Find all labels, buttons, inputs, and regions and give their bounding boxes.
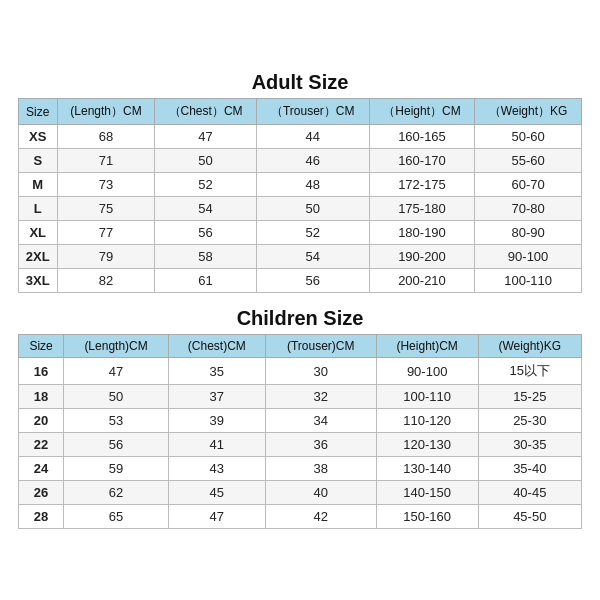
adult-table-cell: 172-175 bbox=[369, 173, 474, 197]
adult-table-cell: 46 bbox=[256, 149, 369, 173]
adult-table-cell: 180-190 bbox=[369, 221, 474, 245]
children-table-cell: 25-30 bbox=[478, 409, 581, 433]
adult-table-cell: 61 bbox=[155, 269, 256, 293]
children-table-cell: 38 bbox=[265, 457, 376, 481]
adult-table-cell: 50-60 bbox=[475, 125, 582, 149]
children-table-cell: 42 bbox=[265, 505, 376, 529]
children-table-cell: 26 bbox=[19, 481, 64, 505]
adult-table-row: M735248172-17560-70 bbox=[19, 173, 582, 197]
adult-table-row: L755450175-18070-80 bbox=[19, 197, 582, 221]
adult-table-cell: 52 bbox=[256, 221, 369, 245]
adult-header-cell: Size bbox=[19, 99, 58, 125]
adult-table-cell: 55-60 bbox=[475, 149, 582, 173]
children-table-cell: 35 bbox=[168, 358, 265, 385]
children-table-cell: 53 bbox=[64, 409, 169, 433]
adult-table-cell: 56 bbox=[256, 269, 369, 293]
children-table-row: 22564136120-13030-35 bbox=[19, 433, 582, 457]
children-table-cell: 40-45 bbox=[478, 481, 581, 505]
children-table-cell: 15-25 bbox=[478, 385, 581, 409]
children-table-cell: 45 bbox=[168, 481, 265, 505]
adult-table-cell: 100-110 bbox=[475, 269, 582, 293]
children-table-row: 24594338130-14035-40 bbox=[19, 457, 582, 481]
adult-table-cell: 82 bbox=[57, 269, 155, 293]
adult-table-cell: L bbox=[19, 197, 58, 221]
children-table-row: 1647353090-10015以下 bbox=[19, 358, 582, 385]
adult-header-cell: (Length）CM bbox=[57, 99, 155, 125]
children-table-cell: 18 bbox=[19, 385, 64, 409]
children-table-cell: 130-140 bbox=[376, 457, 478, 481]
children-table-row: 18503732100-11015-25 bbox=[19, 385, 582, 409]
children-table-cell: 20 bbox=[19, 409, 64, 433]
children-table-cell: 36 bbox=[265, 433, 376, 457]
adult-table-cell: 56 bbox=[155, 221, 256, 245]
adult-table-cell: XS bbox=[19, 125, 58, 149]
adult-header-cell: （Trouser）CM bbox=[256, 99, 369, 125]
adult-table-cell: 77 bbox=[57, 221, 155, 245]
adult-table-cell: 70-80 bbox=[475, 197, 582, 221]
children-table-cell: 24 bbox=[19, 457, 64, 481]
adult-table-cell: 68 bbox=[57, 125, 155, 149]
children-table-cell: 30-35 bbox=[478, 433, 581, 457]
children-table-cell: 45-50 bbox=[478, 505, 581, 529]
adult-table-cell: 73 bbox=[57, 173, 155, 197]
children-table-cell: 41 bbox=[168, 433, 265, 457]
adult-table-cell: M bbox=[19, 173, 58, 197]
children-table-cell: 90-100 bbox=[376, 358, 478, 385]
children-table-cell: 15以下 bbox=[478, 358, 581, 385]
children-table-cell: 120-130 bbox=[376, 433, 478, 457]
children-table-cell: 30 bbox=[265, 358, 376, 385]
adult-table-row: 2XL795854190-20090-100 bbox=[19, 245, 582, 269]
adult-table-cell: 190-200 bbox=[369, 245, 474, 269]
adult-table-row: XL775652180-19080-90 bbox=[19, 221, 582, 245]
adult-size-title: Adult Size bbox=[18, 65, 582, 98]
adult-table-cell: 54 bbox=[155, 197, 256, 221]
children-table-cell: 32 bbox=[265, 385, 376, 409]
adult-table-row: 3XL826156200-210100-110 bbox=[19, 269, 582, 293]
children-table-cell: 65 bbox=[64, 505, 169, 529]
adult-table-cell: 2XL bbox=[19, 245, 58, 269]
children-table-cell: 22 bbox=[19, 433, 64, 457]
children-table-cell: 28 bbox=[19, 505, 64, 529]
children-table-cell: 140-150 bbox=[376, 481, 478, 505]
main-container: Adult Size Size(Length）CM（Chest）CM（Trous… bbox=[10, 57, 590, 543]
adult-table-cell: 48 bbox=[256, 173, 369, 197]
children-table-cell: 110-120 bbox=[376, 409, 478, 433]
adult-table-cell: 3XL bbox=[19, 269, 58, 293]
adult-table-cell: 52 bbox=[155, 173, 256, 197]
children-table-cell: 62 bbox=[64, 481, 169, 505]
adult-table-cell: 160-165 bbox=[369, 125, 474, 149]
children-table-cell: 43 bbox=[168, 457, 265, 481]
children-table-row: 20533934110-12025-30 bbox=[19, 409, 582, 433]
children-header-cell: (Trouser)CM bbox=[265, 335, 376, 358]
children-size-table: Size(Length)CM(Chest)CM(Trouser)CM(Heigh… bbox=[18, 334, 582, 529]
adult-table-cell: 200-210 bbox=[369, 269, 474, 293]
children-table-cell: 100-110 bbox=[376, 385, 478, 409]
children-table-cell: 16 bbox=[19, 358, 64, 385]
adult-table-cell: 71 bbox=[57, 149, 155, 173]
children-table-row: 26624540140-15040-45 bbox=[19, 481, 582, 505]
adult-table-cell: 50 bbox=[155, 149, 256, 173]
children-table-cell: 35-40 bbox=[478, 457, 581, 481]
adult-table-cell: XL bbox=[19, 221, 58, 245]
children-header-cell: Size bbox=[19, 335, 64, 358]
children-table-cell: 47 bbox=[168, 505, 265, 529]
adult-header-cell: （Height）CM bbox=[369, 99, 474, 125]
adult-table-cell: S bbox=[19, 149, 58, 173]
adult-header-cell: （Chest）CM bbox=[155, 99, 256, 125]
adult-table-cell: 44 bbox=[256, 125, 369, 149]
children-table-cell: 40 bbox=[265, 481, 376, 505]
adult-table-cell: 90-100 bbox=[475, 245, 582, 269]
children-size-title: Children Size bbox=[18, 299, 582, 334]
adult-table-cell: 175-180 bbox=[369, 197, 474, 221]
children-table-cell: 50 bbox=[64, 385, 169, 409]
adult-table-row: XS684744160-16550-60 bbox=[19, 125, 582, 149]
adult-header-cell: （Weight）KG bbox=[475, 99, 582, 125]
children-table-cell: 34 bbox=[265, 409, 376, 433]
adult-table-cell: 58 bbox=[155, 245, 256, 269]
children-table-cell: 150-160 bbox=[376, 505, 478, 529]
adult-table-cell: 47 bbox=[155, 125, 256, 149]
children-header-cell: (Length)CM bbox=[64, 335, 169, 358]
adult-table-row: S715046160-17055-60 bbox=[19, 149, 582, 173]
adult-table-cell: 50 bbox=[256, 197, 369, 221]
adult-table-cell: 75 bbox=[57, 197, 155, 221]
